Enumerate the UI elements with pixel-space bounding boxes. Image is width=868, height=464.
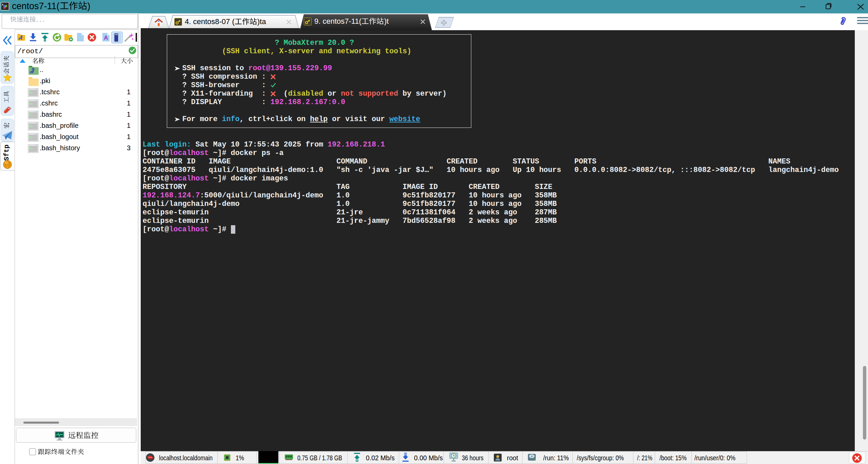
svg-text:A: A (104, 35, 108, 41)
